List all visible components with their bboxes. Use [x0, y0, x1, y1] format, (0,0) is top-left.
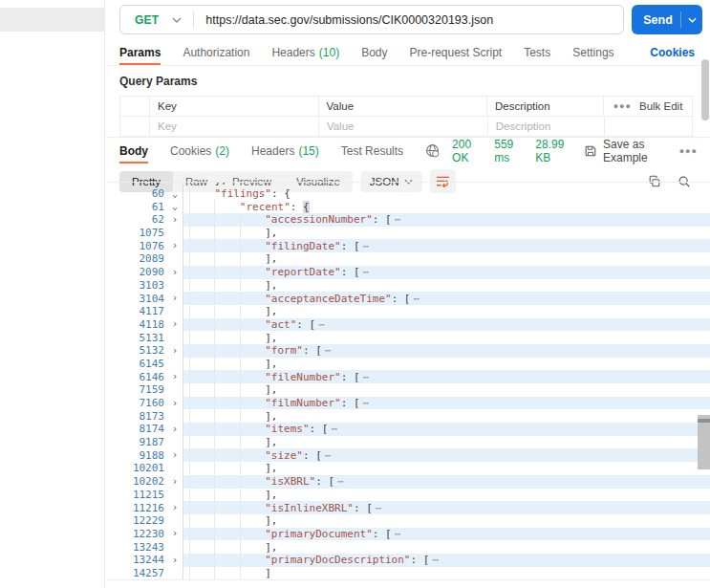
fold-collapsed-chevron-icon[interactable]: ›: [167, 503, 183, 512]
fold-open-chevron-icon[interactable]: ⌄: [167, 202, 183, 211]
code-scrollbar-thumb[interactable]: [698, 415, 710, 469]
fold-ellipsis[interactable]: ⋯: [318, 318, 325, 331]
indent-guide: [214, 344, 239, 358]
response-more-options-icon[interactable]: ●●●: [679, 146, 698, 156]
json-punctuation: ],: [265, 489, 277, 501]
line-number: 8174: [106, 423, 167, 435]
indent-guide: [240, 528, 265, 541]
code-line: 2089],: [106, 252, 710, 266]
request-tab-authorization[interactable]: Authorization: [183, 39, 249, 65]
json-punctuation: ],: [265, 462, 277, 474]
fold-collapsed-chevron-icon[interactable]: ›: [167, 529, 183, 538]
line-number: 9188: [106, 449, 167, 462]
response-tab-label: Cookies: [170, 144, 211, 158]
fold-collapsed-chevron-icon[interactable]: ›: [167, 555, 183, 565]
request-tab-pre-request-script[interactable]: Pre-request Script: [409, 39, 502, 65]
fold-collapsed-chevron-icon[interactable]: ›: [167, 450, 183, 460]
code-line-content: "items": [⋯: [183, 423, 710, 436]
network-globe-icon[interactable]: [425, 143, 440, 158]
cookies-link[interactable]: Cookies: [650, 46, 695, 59]
json-punctuation: ],: [265, 252, 277, 265]
value-input[interactable]: Value: [319, 117, 488, 136]
fold-collapsed-chevron-icon[interactable]: ›: [167, 319, 183, 329]
fold-ellipsis[interactable]: ⋯: [363, 397, 370, 409]
json-punctuation: : [: [315, 475, 334, 488]
url-bar: GET https://data.sec.gov/submissions/CIK…: [106, 0, 710, 39]
fold-collapsed-chevron-icon[interactable]: ›: [167, 372, 183, 381]
page-scrollbar-thumb[interactable]: [701, 59, 709, 120]
request-tab-body[interactable]: Body: [361, 39, 387, 65]
fold-ellipsis[interactable]: ⋯: [325, 344, 332, 357]
request-tab-settings[interactable]: Settings: [572, 39, 613, 65]
fold-collapsed-chevron-icon[interactable]: ›: [167, 241, 183, 250]
key-input[interactable]: Key: [150, 117, 319, 136]
indent-guide: [189, 489, 214, 502]
response-size[interactable]: 28.99 KB: [535, 138, 571, 164]
json-key: "isInlineXBRL": [265, 502, 354, 514]
response-tab-cookies[interactable]: Cookies(2): [170, 138, 229, 163]
code-line-content: "accessionNumber": [⋯: [183, 213, 710, 227]
indent-guide: [214, 305, 239, 318]
fold-ellipsis[interactable]: ⋯: [331, 423, 337, 435]
code-line: 1076›"filingDate": [⋯: [106, 239, 710, 252]
send-button[interactable]: Send: [632, 5, 702, 34]
indent-guide: [189, 305, 214, 318]
code-line: 62›"accessionNumber": [⋯: [106, 213, 710, 227]
indent-guide: [240, 409, 265, 423]
response-tab-headers[interactable]: Headers(15): [251, 138, 319, 163]
sidebar-item-placeholder[interactable]: [0, 8, 104, 32]
fold-ellipsis[interactable]: ⋯: [325, 449, 332, 462]
response-time[interactable]: 559 ms: [494, 138, 523, 164]
fold-collapsed-chevron-icon[interactable]: ›: [167, 294, 183, 303]
bulk-edit-button[interactable]: Bulk Edit: [639, 100, 682, 112]
fold-ellipsis[interactable]: ⋯: [432, 554, 439, 566]
request-tab-tests[interactable]: Tests: [524, 39, 550, 65]
request-tab-params[interactable]: Params: [119, 39, 161, 65]
send-options-chevron-icon[interactable]: [681, 17, 702, 23]
fold-collapsed-chevron-icon[interactable]: ›: [167, 215, 183, 225]
fold-collapsed-chevron-icon[interactable]: ›: [167, 268, 183, 277]
response-body-code-viewer[interactable]: },60⌄"filings": {61⌄"recent": {62›"acces…: [106, 182, 710, 580]
line-number: 13243: [106, 541, 167, 554]
indent-guide: [189, 266, 214, 279]
method-selector[interactable]: GET: [120, 13, 172, 27]
fold-ellipsis[interactable]: ⋯: [363, 371, 370, 383]
code-line-content: "isInlineXBRL": [⋯: [183, 501, 710, 514]
save-as-example-button[interactable]: Save as Example: [584, 138, 667, 164]
url-field[interactable]: https://data.sec.gov/submissions/CIK0000…: [194, 13, 493, 27]
code-line-content: "primaryDocDescription": [⋯: [183, 554, 710, 567]
fold-collapsed-chevron-icon[interactable]: ›: [167, 346, 183, 356]
fold-ellipsis[interactable]: ⋯: [414, 293, 420, 305]
request-tab-headers[interactable]: Headers(10): [271, 39, 339, 65]
json-punctuation: : [: [341, 397, 360, 409]
line-number: 7160: [106, 397, 167, 409]
json-punctuation: },: [214, 182, 226, 186]
row-select-cell[interactable]: [120, 117, 150, 136]
response-tab-test-results[interactable]: Test Results: [341, 138, 403, 163]
request-url-input[interactable]: GET https://data.sec.gov/submissions/CIK…: [119, 5, 624, 34]
code-line: 8173],: [106, 409, 710, 423]
select-all-cell[interactable]: [120, 97, 150, 116]
query-params-empty-row: Key Value Description: [120, 116, 692, 136]
fold-ellipsis[interactable]: ⋯: [395, 528, 401, 540]
indent-guide: [189, 227, 214, 240]
fold-open-chevron-icon[interactable]: ⌄: [167, 189, 183, 199]
code-line-content: ],: [183, 331, 710, 344]
indent-guide: [240, 436, 265, 449]
chevron-down-icon[interactable]: [172, 17, 182, 23]
code-line: 4117],: [106, 305, 710, 318]
fold-collapsed-chevron-icon[interactable]: ›: [167, 477, 183, 487]
code-line: 2090›"reportDate": [⋯: [106, 266, 710, 279]
fold-ellipsis[interactable]: ⋯: [363, 240, 370, 252]
code-line-content: ],: [183, 383, 710, 397]
fold-collapsed-chevron-icon[interactable]: ›: [167, 425, 183, 434]
fold-ellipsis[interactable]: ⋯: [337, 475, 344, 488]
description-input[interactable]: Description: [488, 117, 604, 136]
fold-collapsed-chevron-icon[interactable]: ›: [167, 399, 183, 408]
fold-ellipsis[interactable]: ⋯: [395, 213, 401, 226]
response-tab-body[interactable]: Body: [119, 138, 148, 163]
fold-ellipsis[interactable]: ⋯: [363, 266, 370, 278]
status-badge[interactable]: 200 OK: [452, 138, 482, 164]
fold-ellipsis[interactable]: ⋯: [376, 502, 382, 514]
column-options-icon[interactable]: ●●●: [613, 101, 632, 111]
